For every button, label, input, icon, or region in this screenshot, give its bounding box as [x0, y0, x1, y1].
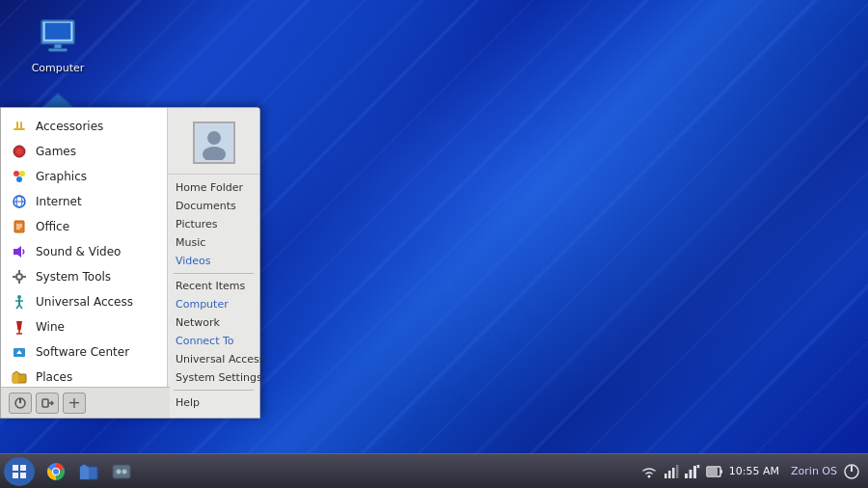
- wine-icon: [11, 318, 28, 336]
- taskbar-chromium[interactable]: [41, 457, 71, 486]
- svg-point-57: [122, 469, 127, 474]
- menu-item-games[interactable]: Games: [1, 139, 167, 164]
- svg-rect-41: [13, 374, 18, 383]
- right-documents[interactable]: Documents: [168, 197, 259, 215]
- computer-icon: [35, 14, 81, 60]
- office-icon: [11, 218, 28, 235]
- menu-bottom-bar: +: [1, 387, 170, 418]
- svg-rect-55: [113, 465, 130, 478]
- desktop-icon-computer[interactable]: Computer: [19, 10, 96, 78]
- logout-button[interactable]: [36, 393, 59, 414]
- svg-point-14: [16, 149, 22, 154]
- svg-point-26: [16, 274, 22, 280]
- svg-point-17: [16, 176, 22, 182]
- menu-item-wine[interactable]: Wine: [1, 314, 167, 339]
- user-avatar-section: [168, 114, 259, 175]
- software-center-icon: [11, 343, 28, 361]
- svg-rect-62: [676, 465, 679, 478]
- svg-rect-61: [672, 468, 675, 478]
- games-label: Games: [36, 145, 76, 158]
- clock-time: 10:55 AM: [729, 465, 779, 477]
- svg-point-31: [17, 295, 21, 299]
- signal-icon-2: [685, 465, 700, 478]
- computer-icon-label: Computer: [32, 62, 85, 74]
- clock[interactable]: 10:55 AM: [729, 465, 779, 477]
- svg-rect-70: [708, 468, 718, 475]
- menu-left-panel: Accessories Games Graphics Internet: [1, 108, 168, 418]
- right-connect-to[interactable]: Connect To: [168, 332, 259, 350]
- svg-rect-54: [80, 467, 89, 479]
- svg-rect-60: [668, 471, 671, 478]
- right-universal-access[interactable]: Universal Access: [168, 350, 259, 368]
- right-pictures[interactable]: Pictures: [168, 215, 259, 233]
- os-label: Zorin OS: [791, 465, 837, 477]
- sound-video-icon: [11, 243, 28, 260]
- start-button[interactable]: [4, 457, 35, 486]
- wifi-icon[interactable]: [640, 465, 658, 478]
- svg-rect-12: [20, 122, 22, 129]
- battery-icon: [706, 465, 723, 478]
- svg-rect-64: [689, 470, 692, 478]
- menu-item-software-center[interactable]: Software Center: [1, 339, 167, 365]
- svg-point-56: [117, 469, 122, 474]
- right-music[interactable]: Music: [168, 233, 259, 252]
- games-icon: [11, 143, 28, 160]
- menu-item-internet[interactable]: Internet: [1, 189, 167, 214]
- svg-rect-65: [693, 466, 696, 478]
- taskbar-right: 10:55 AM Zorin OS: [633, 463, 868, 480]
- separator-1: [174, 273, 254, 274]
- svg-marker-25: [14, 246, 21, 258]
- taskbar-files[interactable]: [73, 457, 104, 486]
- menu-item-accessories[interactable]: Accessories: [1, 114, 167, 139]
- system-tools-label: System Tools: [36, 270, 111, 284]
- user-avatar: [193, 122, 235, 164]
- svg-rect-3: [54, 44, 62, 49]
- menu-item-sound-video[interactable]: Sound & Video: [1, 239, 167, 264]
- wine-label: Wine: [36, 320, 65, 334]
- accessories-icon: [11, 118, 28, 135]
- start-menu: Accessories Games Graphics Internet: [0, 107, 260, 419]
- menu-right-panel: Home Folder Documents Pictures Music Vid…: [168, 108, 259, 418]
- graphics-icon: [11, 168, 28, 185]
- places-icon: [11, 368, 28, 386]
- svg-rect-4: [49, 48, 68, 51]
- sound-video-label: Sound & Video: [36, 245, 121, 258]
- svg-point-16: [19, 171, 25, 176]
- universal-access-label: Universal Access: [36, 295, 133, 309]
- internet-label: Internet: [36, 195, 82, 208]
- shutdown-button[interactable]: [9, 393, 32, 414]
- menu-item-graphics[interactable]: Graphics: [1, 164, 167, 189]
- right-system-settings[interactable]: System Settings: [168, 368, 259, 387]
- power-icon[interactable]: [843, 463, 860, 480]
- svg-rect-2: [45, 23, 71, 40]
- svg-rect-11: [16, 122, 18, 129]
- right-network[interactable]: Network: [168, 313, 259, 332]
- places-label: Places: [36, 370, 72, 384]
- right-videos[interactable]: Videos: [168, 252, 259, 270]
- right-computer[interactable]: Computer: [168, 295, 259, 313]
- svg-rect-59: [665, 474, 667, 478]
- accessories-label: Accessories: [36, 120, 103, 133]
- svg-line-35: [19, 305, 22, 309]
- graphics-label: Graphics: [36, 170, 87, 183]
- software-center-label: Software Center: [36, 345, 129, 359]
- right-home-folder[interactable]: Home Folder: [168, 178, 259, 197]
- universal-access-icon: [11, 293, 28, 311]
- taskbar-left: [0, 457, 141, 486]
- svg-point-58: [647, 474, 650, 477]
- taskbar-settings[interactable]: [106, 457, 137, 486]
- right-recent-items-label[interactable]: Recent Items: [168, 277, 259, 295]
- system-tools-icon: [11, 268, 28, 285]
- menu-item-universal-access[interactable]: Universal Access: [1, 289, 167, 314]
- svg-rect-63: [685, 474, 688, 478]
- menu-item-office[interactable]: Office: [1, 214, 167, 239]
- svg-point-15: [14, 171, 19, 176]
- right-help[interactable]: Help: [168, 393, 259, 412]
- taskbar: 10:55 AM Zorin OS: [0, 453, 868, 488]
- svg-rect-69: [720, 470, 722, 474]
- svg-rect-44: [42, 399, 48, 407]
- svg-point-52: [53, 469, 59, 474]
- separator-2: [174, 390, 254, 391]
- menu-item-system-tools[interactable]: System Tools: [1, 264, 167, 289]
- new-button[interactable]: +: [63, 393, 86, 414]
